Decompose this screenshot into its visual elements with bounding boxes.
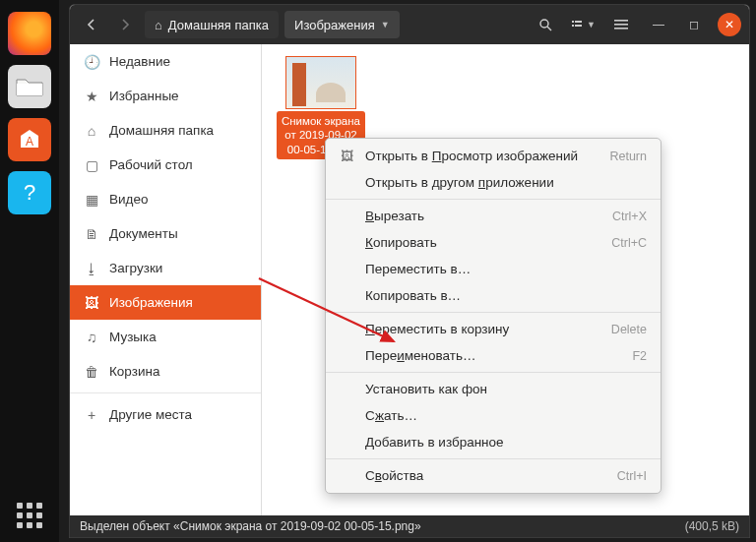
sidebar-item-label: Изображения — [109, 295, 193, 310]
plus-icon: + — [84, 407, 99, 423]
statusbar-size: (400,5 kB) — [685, 519, 739, 533]
context-menu-separator — [326, 458, 661, 459]
sidebar-item-icon: 🕘 — [84, 54, 99, 70]
dock-item-files[interactable] — [8, 65, 51, 108]
sidebar-item-label: Домашняя папка — [109, 123, 214, 138]
context-menu-item[interactable]: Открыть в другом приложении — [326, 169, 661, 196]
context-menu-item[interactable]: Копировать в… — [326, 282, 661, 309]
context-menu-item-label: Свойства — [365, 468, 423, 483]
home-icon: ⌂ — [155, 18, 162, 32]
sidebar-item[interactable]: ⭳Загрузки — [70, 251, 261, 285]
svg-rect-4 — [572, 21, 574, 23]
svg-text:A: A — [26, 135, 33, 149]
close-button[interactable]: ✕ — [718, 13, 741, 36]
sidebar-item[interactable]: 🗎Документы — [70, 216, 261, 251]
chevron-down-icon: ▼ — [381, 20, 390, 30]
minimize-button[interactable]: — — [647, 13, 670, 36]
context-menu-item-label: Добавить в избранное — [365, 435, 504, 450]
statusbar: Выделен объект «Снимок экрана от 2019-09… — [70, 515, 749, 537]
maximize-button[interactable]: ◻ — [682, 13, 706, 36]
sidebar-item[interactable]: ▢Рабочий стол — [70, 148, 261, 182]
context-menu-item-accelerator: Ctrl+I — [617, 469, 647, 483]
svg-rect-9 — [614, 24, 628, 26]
svg-rect-5 — [575, 21, 582, 23]
path-current[interactable]: Изображения ▼ — [284, 11, 400, 38]
context-menu-separator — [326, 312, 661, 313]
sidebar-item-icon: 🖼 — [84, 295, 99, 311]
sidebar: 🕘Недавние★Избранные⌂Домашняя папка▢Рабоч… — [70, 44, 262, 515]
hamburger-menu-button[interactable] — [607, 11, 635, 38]
context-menu-item-accelerator: F2 — [632, 349, 647, 363]
svg-rect-10 — [614, 28, 628, 30]
sidebar-item-label: Загрузки — [109, 261, 162, 275]
context-menu-item[interactable]: Установить как фон — [326, 376, 661, 402]
search-button[interactable] — [532, 11, 559, 38]
sidebar-item[interactable]: ♫Музыка — [70, 320, 261, 354]
dock-apps-button[interactable] — [0, 503, 59, 528]
sidebar-item[interactable]: 🕘Недавние — [70, 44, 261, 79]
context-menu-item-accelerator: Ctrl+X — [612, 210, 647, 223]
context-menu-item[interactable]: Сжать… — [326, 402, 661, 429]
sidebar-item-label: Другие места — [109, 407, 192, 422]
sidebar-item-label: Видео — [109, 192, 148, 207]
context-menu-item[interactable]: ВырезатьCtrl+X — [326, 203, 661, 229]
sidebar-item[interactable]: 🗑Корзина — [70, 354, 261, 389]
context-menu-item[interactable]: 🖼Открыть в Просмотр изображенийReturn — [326, 143, 661, 169]
context-menu-item-label: Открыть в другом приложении — [365, 175, 554, 190]
sidebar-item[interactable]: 🖼Изображения — [70, 285, 261, 320]
svg-rect-7 — [575, 25, 582, 27]
context-menu-item-label: Переместить в… — [365, 262, 471, 276]
context-menu-item[interactable]: Переместить в… — [326, 256, 661, 282]
context-menu-item-accelerator: Return — [609, 150, 647, 163]
context-menu-item-label: Открыть в Просмотр изображений — [365, 149, 578, 163]
context-menu-item-label: Сжать… — [365, 408, 417, 423]
launcher-dock: A ? — [0, 0, 59, 542]
view-list-button[interactable]: ▼ — [565, 11, 601, 38]
context-menu-item-accelerator: Ctrl+C — [611, 236, 647, 250]
context-menu-item-label: Переместить в корзину — [365, 322, 509, 336]
sidebar-item-icon: ▢ — [84, 157, 99, 173]
path-current-label: Изображения — [294, 18, 375, 32]
chevron-down-icon: ▼ — [587, 20, 596, 30]
sidebar-item[interactable]: ⌂Домашняя папка — [70, 113, 261, 148]
sidebar-item-label: Недавние — [109, 54, 170, 69]
svg-rect-8 — [614, 20, 628, 22]
sidebar-item-icon: ★ — [84, 89, 99, 104]
context-menu-item[interactable]: КопироватьCtrl+C — [326, 229, 661, 256]
svg-line-3 — [547, 27, 551, 30]
path-home[interactable]: ⌂ Домашняя папка — [145, 11, 279, 38]
sidebar-item-label: Документы — [109, 226, 178, 241]
sidebar-item-label: Музыка — [109, 330, 157, 344]
context-menu-item[interactable]: СвойстваCtrl+I — [326, 462, 661, 489]
sidebar-other-places[interactable]: +Другие места — [70, 397, 261, 432]
dock-item-firefox[interactable] — [8, 12, 51, 55]
back-button[interactable] — [78, 11, 105, 38]
context-menu-item[interactable]: Добавить в избранное — [326, 429, 661, 455]
path-home-label: Домашняя папка — [168, 18, 269, 32]
sidebar-item-icon: ⌂ — [84, 123, 99, 139]
svg-rect-6 — [572, 25, 574, 27]
sidebar-item[interactable]: ▦Видео — [70, 182, 261, 216]
dock-item-software[interactable]: A — [8, 118, 51, 161]
context-menu-separator — [326, 372, 661, 373]
dock-item-help[interactable]: ? — [8, 171, 51, 214]
statusbar-text: Выделен объект «Снимок экрана от 2019-09… — [80, 519, 421, 533]
sidebar-item-icon: 🗑 — [84, 364, 99, 380]
sidebar-item-icon: ⭳ — [84, 261, 99, 276]
sidebar-item-icon: ♫ — [84, 330, 99, 345]
context-menu-item-label: Вырезать — [365, 209, 424, 223]
context-menu-item-label: Копировать в… — [365, 288, 461, 303]
context-menu-item-label: Установить как фон — [365, 382, 487, 396]
context-menu-separator — [326, 199, 661, 200]
file-thumbnail — [285, 56, 356, 109]
context-menu-item-accelerator: Delete — [611, 323, 647, 336]
sidebar-item-icon: ▦ — [84, 192, 99, 208]
context-menu-item-label: Копировать — [365, 235, 437, 250]
sidebar-item[interactable]: ★Избранные — [70, 79, 261, 113]
context-menu-item[interactable]: Переименовать…F2 — [326, 342, 661, 369]
sidebar-item-label: Избранные — [109, 89, 179, 103]
context-menu-item[interactable]: Переместить в корзинуDelete — [326, 316, 661, 342]
forward-button[interactable] — [111, 11, 139, 38]
context-menu: 🖼Открыть в Просмотр изображенийReturnОтк… — [325, 138, 662, 494]
titlebar: ⌂ Домашняя папка Изображения ▼ ▼ — ◻ ✕ — [70, 5, 749, 44]
